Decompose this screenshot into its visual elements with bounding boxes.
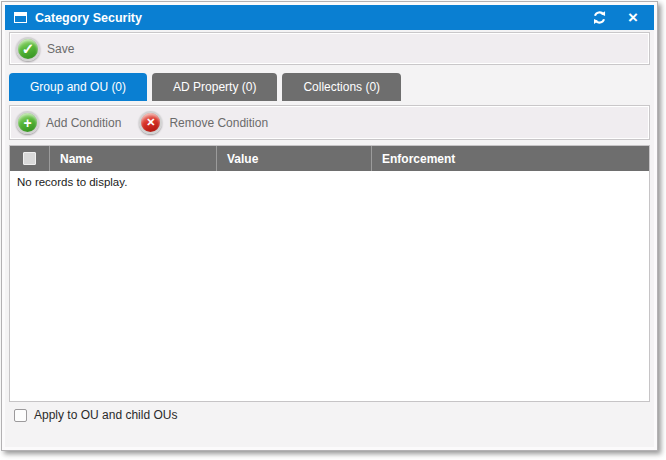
close-button[interactable]: × xyxy=(624,9,642,27)
dialog-title: Category Security xyxy=(35,11,590,25)
column-header-name[interactable]: Name xyxy=(50,146,217,171)
table-header-row: Name Value Enforcement xyxy=(10,146,649,171)
table-body: No records to display. xyxy=(10,171,649,401)
save-toolbar: ✓ Save xyxy=(9,32,650,65)
save-button[interactable]: ✓ Save xyxy=(16,37,74,61)
tab-strip: Group and OU (0) AD Property (0) Collect… xyxy=(9,73,650,101)
close-icon: × xyxy=(628,9,638,26)
dialog-footer: Apply to OU and child OUs xyxy=(9,402,650,447)
add-condition-label: Add Condition xyxy=(46,116,121,130)
refresh-icon xyxy=(592,10,607,25)
titlebar: Category Security × xyxy=(5,5,654,30)
save-button-label: Save xyxy=(47,42,74,56)
remove-condition-label: Remove Condition xyxy=(169,116,268,130)
apply-to-ou-checkbox[interactable] xyxy=(14,409,27,422)
plus-circle-icon: + xyxy=(16,111,39,134)
tab-label: Collections (0) xyxy=(303,80,380,94)
tab-label: AD Property (0) xyxy=(173,80,256,94)
select-all-checkbox[interactable] xyxy=(23,152,36,165)
add-condition-button[interactable]: + Add Condition xyxy=(16,111,121,134)
x-circle-icon: ✕ xyxy=(139,111,162,134)
dialog-content: ✓ Save Group and OU (0) AD Property (0) … xyxy=(5,30,654,447)
window-icon xyxy=(14,12,27,23)
column-header-enforcement[interactable]: Enforcement xyxy=(372,146,649,171)
condition-toolbar: + Add Condition ✕ Remove Condition xyxy=(9,105,650,140)
tab-label: Group and OU (0) xyxy=(30,80,126,94)
conditions-table: Name Value Enforcement No records to dis… xyxy=(9,145,650,402)
tab-collections[interactable]: Collections (0) xyxy=(282,73,401,101)
table-header-checkbox-cell xyxy=(10,146,50,171)
refresh-button[interactable] xyxy=(590,9,608,27)
titlebar-actions: × xyxy=(590,9,642,27)
apply-to-ou-label[interactable]: Apply to OU and child OUs xyxy=(34,408,177,422)
remove-condition-button[interactable]: ✕ Remove Condition xyxy=(139,111,268,134)
category-security-dialog: Category Security × ✓ Save xyxy=(1,1,658,451)
tab-group-and-ou[interactable]: Group and OU (0) xyxy=(9,73,147,101)
empty-table-message: No records to display. xyxy=(17,176,127,188)
check-circle-icon: ✓ xyxy=(16,37,40,61)
column-header-value[interactable]: Value xyxy=(217,146,372,171)
tab-ad-property[interactable]: AD Property (0) xyxy=(152,73,277,101)
